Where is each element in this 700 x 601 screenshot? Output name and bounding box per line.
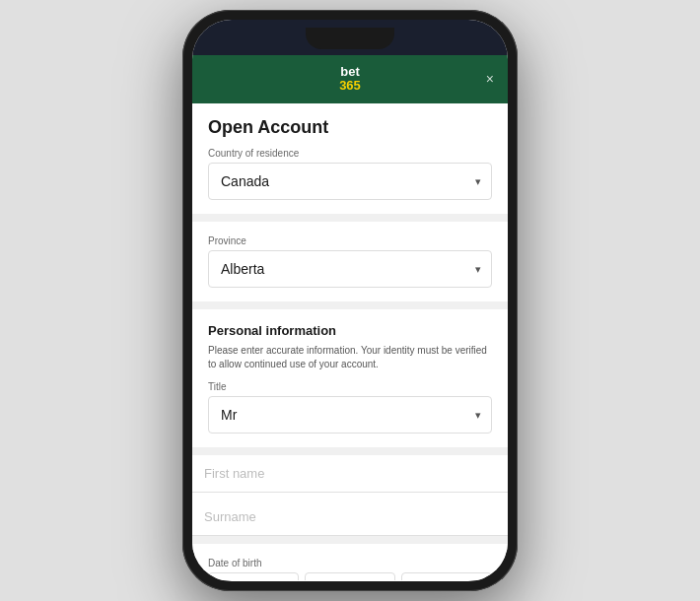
phone-frame: bet 365 × Open Account Country of reside… <box>182 10 518 591</box>
first-name-input[interactable] <box>192 455 508 493</box>
logo-365: 365 <box>339 79 361 93</box>
title-select-wrapper[interactable]: Mr Mrs Ms Dr ▾ <box>208 396 492 434</box>
app-header: bet 365 × <box>192 55 508 103</box>
form-content: Open Account Country of residence Canada… <box>192 103 508 580</box>
page-title: Open Account <box>208 117 492 138</box>
month-select[interactable]: Month <box>306 573 394 580</box>
day-select[interactable]: Day <box>209 573 298 580</box>
notch-area <box>192 20 508 55</box>
province-label: Province <box>208 235 492 246</box>
title-label: Title <box>208 381 492 392</box>
dob-section: Date of birth Day ▾ Month ▾ <box>192 544 508 580</box>
year-select-wrapper[interactable]: Year ▾ <box>401 572 492 580</box>
year-select[interactable]: Year <box>402 573 491 580</box>
province-select-wrapper[interactable]: Alberta ▾ <box>208 250 492 288</box>
dob-label: Date of birth <box>208 558 492 568</box>
country-label: Country of residence <box>208 148 492 159</box>
close-icon[interactable]: × <box>486 71 494 87</box>
title-select[interactable]: Mr Mrs Ms Dr <box>209 397 491 433</box>
province-section: Province Alberta ▾ <box>192 222 508 301</box>
surname-input[interactable] <box>192 499 508 536</box>
notch <box>306 28 394 49</box>
personal-info-heading: Personal information <box>208 323 492 338</box>
month-select-wrapper[interactable]: Month ▾ <box>305 572 395 580</box>
country-select-wrapper[interactable]: Canada ▾ <box>208 163 492 200</box>
dob-row: Day ▾ Month ▾ Year ▾ <box>208 572 492 580</box>
brand-logo: bet 365 <box>339 65 361 94</box>
logo-bet: bet <box>339 65 361 79</box>
personal-info-note: Please enter accurate information. Your … <box>208 344 492 371</box>
personal-info-section: Personal information Please enter accura… <box>192 309 508 447</box>
phone-screen: bet 365 × Open Account Country of reside… <box>192 20 508 581</box>
day-select-wrapper[interactable]: Day ▾ <box>208 572 299 580</box>
country-select[interactable]: Canada <box>209 164 491 199</box>
province-select[interactable]: Alberta <box>209 251 491 287</box>
name-section <box>192 455 508 536</box>
country-section: Open Account Country of residence Canada… <box>192 103 508 214</box>
